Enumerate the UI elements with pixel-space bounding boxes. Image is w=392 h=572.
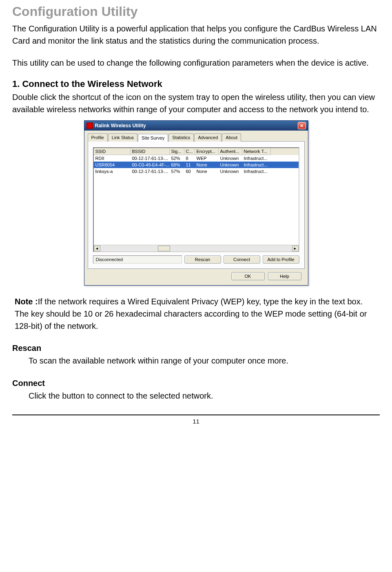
connect-desc: Click the button to connect to the selec…	[29, 390, 380, 402]
connect-term: Connect Click the button to connect to t…	[12, 377, 380, 402]
connect-label: Connect	[12, 377, 380, 390]
note-block: Note :If the network requires a Wired Eq…	[12, 295, 380, 332]
page-number: 11	[12, 415, 380, 425]
cell-network: Infrastruct...	[242, 156, 271, 161]
actions-row: Disconnected Rescan Connect Add to Profi…	[93, 255, 299, 264]
close-icon: ✕	[300, 123, 303, 129]
close-button[interactable]: ✕	[298, 122, 306, 129]
intro-paragraph-1: The Configuration Utility is a powerful …	[12, 22, 380, 47]
tab-advanced[interactable]: Advanced	[194, 133, 221, 142]
rescan-term: Rescan To scan the available network wit…	[12, 342, 380, 367]
titlebar: Ralink Wireless Utility ✕	[84, 121, 308, 131]
table-row	[94, 220, 299, 227]
cell-auth: Unknown	[219, 162, 242, 167]
rescan-button[interactable]: Rescan	[184, 255, 221, 264]
window-title: Ralink Wireless Utility	[95, 123, 298, 129]
list-header: SSID BSSID Sig... C... Encrypt... Authen…	[94, 148, 299, 155]
app-icon	[86, 122, 93, 129]
table-row	[94, 175, 299, 181]
table-row	[94, 227, 299, 233]
cell-auth: Unknown	[219, 156, 242, 161]
table-row	[94, 201, 299, 207]
cell-signal: 68%	[170, 162, 184, 167]
cell-ssid: RDII	[94, 156, 131, 161]
tab-panel: SSID BSSID Sig... C... Encrypt... Authen…	[88, 141, 305, 269]
cell-auth: Unknown	[219, 169, 242, 174]
cell-bssid: 00-12-17-61-13-...	[131, 169, 170, 174]
cell-network: Infrastruct...	[242, 169, 271, 174]
scrollbar-track[interactable]	[100, 246, 292, 251]
network-list: SSID BSSID Sig... C... Encrypt... Authen…	[93, 147, 299, 252]
note-label: Note :	[15, 297, 38, 306]
horizontal-scrollbar[interactable]: ◄ ►	[94, 245, 299, 251]
cell-signal: 52%	[170, 156, 184, 161]
note-text: If the network requires a Wired Equivale…	[15, 297, 367, 330]
scroll-right-icon[interactable]: ►	[292, 246, 299, 251]
table-row	[94, 194, 299, 201]
tab-site-survey[interactable]: Site Survey	[138, 134, 168, 142]
table-row[interactable]: RDII 00-12-17-61-13-... 52% 8 WEP Unknow…	[94, 155, 299, 162]
page-heading: Configuration Utility	[12, 4, 380, 19]
connect-button[interactable]: Connect	[224, 255, 260, 264]
tab-statistics[interactable]: Statistics	[168, 133, 194, 142]
list-body: RDII 00-12-17-61-13-... 52% 8 WEP Unknow…	[94, 155, 299, 245]
cell-network: Infrastruct...	[242, 162, 271, 167]
cell-channel: 60	[184, 169, 195, 174]
tabs: Profile Link Status Site Survey Statisti…	[84, 131, 308, 141]
cell-encrypt: None	[195, 169, 219, 174]
section-1-heading: 1. Connect to the Wireless Network	[12, 79, 380, 89]
cell-channel: 11	[184, 162, 195, 167]
col-network[interactable]: Network T...	[242, 148, 271, 155]
help-button[interactable]: Help	[268, 272, 301, 280]
col-encrypt[interactable]: Encrypt...	[195, 148, 219, 155]
col-auth[interactable]: Authent...	[219, 148, 242, 155]
scrollbar-thumb[interactable]	[158, 246, 170, 251]
tab-link-status[interactable]: Link Status	[108, 133, 137, 142]
tab-about[interactable]: About	[222, 133, 241, 142]
cell-ssid: USR8054	[94, 162, 131, 167]
dialog-buttons: OK Help	[84, 272, 308, 285]
cell-ssid: linksys-a	[94, 169, 131, 174]
cell-encrypt: WEP	[195, 156, 219, 161]
table-row	[94, 188, 299, 194]
add-to-profile-button[interactable]: Add to Profile	[263, 255, 299, 264]
rescan-label: Rescan	[12, 342, 380, 355]
tab-profile[interactable]: Profile	[88, 133, 108, 142]
cell-encrypt: None	[195, 162, 219, 167]
col-signal[interactable]: Sig...	[170, 148, 184, 155]
col-ssid[interactable]: SSID	[94, 148, 131, 155]
cell-signal: 57%	[170, 169, 184, 174]
table-row	[94, 181, 299, 188]
scroll-left-icon[interactable]: ◄	[94, 246, 100, 251]
table-row	[94, 214, 299, 220]
col-bssid[interactable]: BSSID	[131, 148, 170, 155]
table-row[interactable]: USR8054 00-C0-49-E4-4F-... 68% 11 None U…	[94, 162, 299, 168]
section-1-body: Double click the shortcut of the icon on…	[12, 91, 380, 115]
status-text: Disconnected	[93, 255, 182, 264]
cell-channel: 8	[184, 156, 195, 161]
wireless-utility-window: Ralink Wireless Utility ✕ Profile Link S…	[84, 120, 308, 286]
cell-bssid: 00-C0-49-E4-4F-...	[131, 162, 170, 167]
intro-paragraph-2: This utility can be used to change the f…	[12, 57, 380, 69]
cell-bssid: 00-12-17-61-13-...	[131, 156, 170, 161]
table-row[interactable]: linksys-a 00-12-17-61-13-... 57% 60 None…	[94, 168, 299, 175]
rescan-desc: To scan the available network within ran…	[29, 355, 380, 367]
ok-button[interactable]: OK	[231, 272, 265, 280]
col-channel[interactable]: C...	[184, 148, 195, 155]
table-row	[94, 207, 299, 214]
